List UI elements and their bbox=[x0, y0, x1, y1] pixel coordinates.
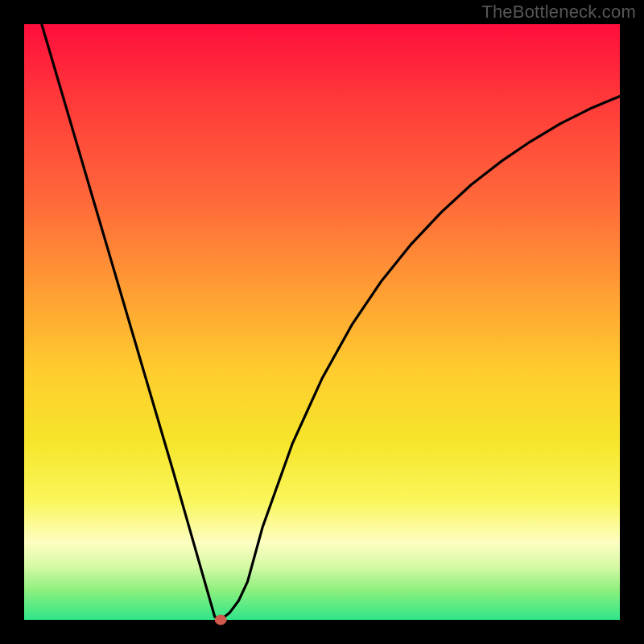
plot-area bbox=[24, 24, 620, 620]
watermark-label: TheBottleneck.com bbox=[481, 2, 636, 23]
chart-frame: TheBottleneck.com bbox=[0, 0, 644, 644]
bottleneck-curve bbox=[24, 0, 620, 620]
min-marker bbox=[215, 615, 226, 625]
chart-svg bbox=[24, 24, 620, 620]
